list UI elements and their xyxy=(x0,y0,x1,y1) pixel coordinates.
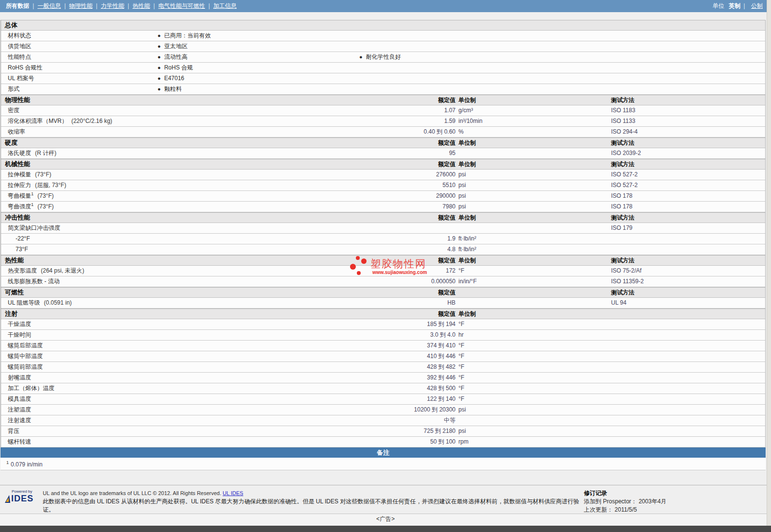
table-row: 材料状态●已商用：当前有效 xyxy=(1,31,765,41)
property-condition: (73°F) xyxy=(37,203,53,210)
test-method: ISO 11359-2 xyxy=(611,276,644,287)
table-row: 弯曲模量1(73°F)290000psiISO 178 xyxy=(1,191,765,202)
property-unit: °F xyxy=(458,394,464,404)
property-value: 276000 xyxy=(361,170,456,180)
section-header: 可燃性额定值测试方法 xyxy=(1,287,765,298)
table-row: 背压725 到 2180psi xyxy=(1,426,765,437)
table-row: 注射速度中等 xyxy=(1,415,765,426)
property-value: HB xyxy=(361,298,456,308)
test-method: ISO 527-2 xyxy=(611,170,638,180)
nav-tab-6[interactable]: 电气性能与可燃性 xyxy=(158,2,205,9)
property-unit: °F xyxy=(458,341,464,351)
disclaimer-text-zh: 此数据表中的信息由 UL IDES 从该材料的生产商处获得。UL IDES 尽最… xyxy=(43,498,584,514)
property-label: 收缩率 xyxy=(8,127,25,137)
property-value: 1.07 xyxy=(361,105,456,116)
property-label: 螺筒后部温度 xyxy=(8,341,43,351)
table-row: 收缩率0.40 到 0.60%ISO 294-4 xyxy=(1,127,765,137)
property-label: 73°F xyxy=(16,244,28,255)
column-header-unit: 单位制 xyxy=(458,95,476,105)
table-row: 线形膨胀系数 - 流动0.000050in/in/°FISO 11359-2 xyxy=(1,276,765,287)
section-title: 注射 xyxy=(5,309,18,319)
property-value: 0.000050 xyxy=(361,276,456,287)
bullet-icon: ● xyxy=(158,75,161,81)
spacer-top xyxy=(0,12,771,20)
column-header-value: 额定值 xyxy=(361,288,456,297)
test-method: UL 94 xyxy=(611,298,627,308)
nav-separator: | xyxy=(64,2,66,9)
table-row: 螺筒中部温度410 到 446°F xyxy=(1,351,765,362)
table-row: -22°F1.9ft·lb/in² xyxy=(1,234,765,244)
property-label: 洛氏硬度(R 计秤) xyxy=(8,148,56,158)
test-method: ISO 2039-2 xyxy=(611,148,641,158)
nav-tab-4[interactable]: 力学性能 xyxy=(101,2,124,9)
table-row: 性能特点●流动性高●耐化学性良好 xyxy=(1,52,765,63)
nav-separator: | xyxy=(96,2,97,9)
section-title: 硬度 xyxy=(5,138,18,148)
property-value: 172 xyxy=(361,266,456,276)
property-label: 形式 xyxy=(8,84,19,94)
ides-logo[interactable]: Powered by IDES xyxy=(5,489,37,514)
nav-tab-1[interactable]: 所有数据 xyxy=(6,2,29,9)
column-header-value: 额定值 xyxy=(361,256,456,265)
bullet-icon: ● xyxy=(158,65,161,70)
footnote-text: 0.079 in/min xyxy=(11,461,42,468)
table-row: 模具温度122 到 140°F xyxy=(1,394,765,405)
table-row: UL 阻燃等级(0.0591 in)HBUL 94 xyxy=(1,298,765,309)
property-value: 410 到 446 xyxy=(361,351,456,361)
property-value-bullet: ●RoHS 合规 xyxy=(158,63,193,73)
property-unit: in/in/°F xyxy=(458,276,476,287)
property-unit: in³/10min xyxy=(458,116,482,126)
property-value: 725 到 2180 xyxy=(361,426,456,436)
table-row: 溶化体积流率（MVR）(220°C/2.16 kg)1.59in³/10minI… xyxy=(1,116,765,127)
table-row: 拉伸应力(屈服, 73°F)5510psiISO 527-2 xyxy=(1,180,765,191)
property-label: 供货地区 xyxy=(8,41,31,51)
column-header-value: 额定值 xyxy=(361,159,456,169)
property-value: 亚太地区 xyxy=(164,43,188,50)
bullet-icon: ● xyxy=(158,43,161,49)
table-row: 简支梁缺口冲击强度ISO 179 xyxy=(1,223,765,234)
property-unit: rpm xyxy=(458,437,469,447)
footnote-row: 10.079 in/min xyxy=(0,458,766,470)
bullet-icon: ● xyxy=(158,86,161,92)
property-value: 1.59 xyxy=(361,116,456,126)
property-label: 简支梁缺口冲击强度 xyxy=(8,223,60,233)
ad-label: <广告> xyxy=(0,514,771,524)
property-value: 10200 到 20300 xyxy=(361,405,456,415)
property-label: 干燥时间 xyxy=(8,330,31,340)
nav-tab-2[interactable]: 一般信息 xyxy=(37,2,61,9)
property-unit: °F xyxy=(458,319,464,329)
property-value: 392 到 446 xyxy=(361,373,456,383)
property-label: 螺筒前部温度 xyxy=(8,362,43,372)
unit-english-button[interactable]: 英制 xyxy=(729,2,740,9)
test-method: ISO 1183 xyxy=(611,105,635,116)
ul-ides-link[interactable]: UL IDES xyxy=(223,490,243,496)
nav-tab-5[interactable]: 热性能 xyxy=(133,2,150,9)
nav-tab-3[interactable]: 物理性能 xyxy=(69,2,92,9)
property-value: 374 到 410 xyxy=(361,341,456,351)
section-title: 冲击性能 xyxy=(5,213,30,223)
property-value: 1.9 xyxy=(361,234,456,244)
section-header: 机械性能额定值单位制测试方法 xyxy=(1,159,765,170)
property-unit: % xyxy=(458,127,464,137)
test-method: ISO 75-2/Af xyxy=(611,266,642,276)
nav-separator: | xyxy=(209,2,210,9)
property-unit: hr xyxy=(458,330,464,340)
section-header: 热性能额定值单位制测试方法 xyxy=(1,255,765,266)
column-header-method: 测试方法 xyxy=(611,213,634,223)
revision-title: 修订记录 xyxy=(584,489,766,498)
nav-tab-7[interactable]: 加工信息 xyxy=(213,2,237,9)
table-row: 73°F4.8ft·lb/in² xyxy=(1,244,765,255)
column-header-unit: 单位制 xyxy=(458,159,476,169)
property-label: 模具温度 xyxy=(8,394,31,404)
section-header: 注射额定值单位制 xyxy=(1,309,765,319)
test-method: ISO 178 xyxy=(611,202,632,212)
property-value: 5510 xyxy=(361,180,456,190)
table-row: 拉伸模量(73°F)276000psiISO 527-2 xyxy=(1,170,765,180)
section-header: 硬度额定值单位制测试方法 xyxy=(1,137,765,148)
vertical-scrollbar[interactable] xyxy=(767,0,771,526)
property-label: 拉伸应力(屈服, 73°F) xyxy=(8,180,66,190)
unit-metric-link[interactable]: 公制 xyxy=(751,2,763,9)
property-condition: (R 计秤) xyxy=(35,150,56,156)
property-unit: psi xyxy=(458,180,466,190)
bullet-icon: ● xyxy=(359,54,363,60)
